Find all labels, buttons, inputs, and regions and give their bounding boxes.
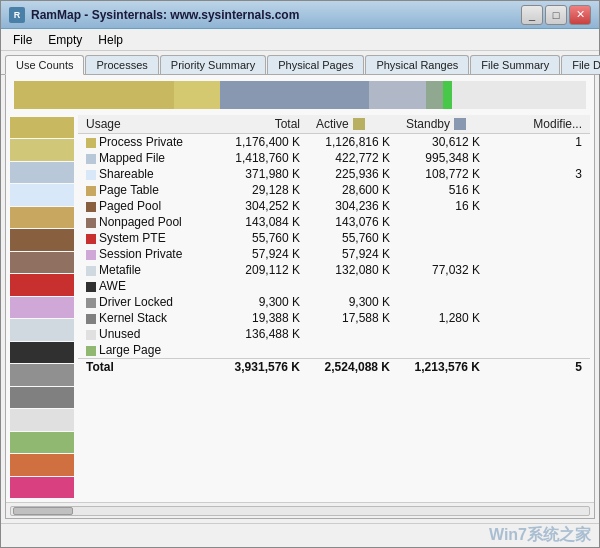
cell-active <box>308 326 398 342</box>
close-button[interactable]: ✕ <box>569 5 591 25</box>
cell-total: 55,760 K <box>218 230 308 246</box>
tab-physical-pages[interactable]: Physical Pages <box>267 55 364 74</box>
cell-active: 55,760 K <box>308 230 398 246</box>
legend-color-block <box>10 342 74 363</box>
content-split: Usage Total Active Standby <box>6 113 594 502</box>
cell-active: 9,300 K <box>308 294 398 310</box>
table-row: Kernel Stack 19,388 K 17,588 K 1,280 K <box>78 310 590 326</box>
cell-modified: 3 <box>488 166 590 182</box>
cell-modified: 1 <box>488 134 590 151</box>
table-row: Session Private 57,924 K 57,924 K <box>78 246 590 262</box>
menu-file[interactable]: File <box>5 31 40 49</box>
cell-modified <box>488 182 590 198</box>
cell-active: 1,126,816 K <box>308 134 398 151</box>
table-row: System PTE 55,760 K 55,760 K <box>78 230 590 246</box>
tab-priority-summary[interactable]: Priority Summary <box>160 55 266 74</box>
cell-total: 9,300 K <box>218 294 308 310</box>
cell-total-standby: 1,213,576 K <box>398 359 488 376</box>
cell-active <box>308 278 398 294</box>
cell-total-label: Total <box>78 359 218 376</box>
menu-empty[interactable]: Empty <box>40 31 90 49</box>
tab-processes[interactable]: Processes <box>85 55 158 74</box>
standby-color-indicator <box>454 118 466 130</box>
cell-standby: 30,612 K <box>398 134 488 151</box>
cell-active <box>308 342 398 359</box>
cell-standby: 77,032 K <box>398 262 488 278</box>
table-row: Paged Pool 304,252 K 304,236 K 16 K <box>78 198 590 214</box>
cell-active: 225,936 K <box>308 166 398 182</box>
cell-standby <box>398 214 488 230</box>
cell-standby <box>398 326 488 342</box>
cell-total: 304,252 K <box>218 198 308 214</box>
cell-total: 143,084 K <box>218 214 308 230</box>
minimize-button[interactable]: _ <box>521 5 543 25</box>
tab-physical-ranges[interactable]: Physical Ranges <box>365 55 469 74</box>
cell-standby <box>398 246 488 262</box>
legend-color-block <box>10 364 74 385</box>
legend-color-block <box>10 297 74 318</box>
cell-modified <box>488 310 590 326</box>
legend-color-block <box>10 184 74 205</box>
cell-usage: Unused <box>78 326 218 342</box>
cell-standby: 108,772 K <box>398 166 488 182</box>
cell-usage: Paged Pool <box>78 198 218 214</box>
row-color-icon <box>86 266 96 276</box>
cell-active: 422,772 K <box>308 150 398 166</box>
color-bar-segment <box>426 81 443 109</box>
legend-color-block <box>10 162 74 183</box>
table-area[interactable]: Usage Total Active Standby <box>78 113 594 502</box>
row-color-icon <box>86 330 96 340</box>
cell-total: 209,112 K <box>218 262 308 278</box>
cell-usage: System PTE <box>78 230 218 246</box>
cell-active: 28,600 K <box>308 182 398 198</box>
row-color-icon <box>86 218 96 228</box>
main-content: Usage Total Active Standby <box>5 75 595 519</box>
row-color-icon <box>86 282 96 292</box>
scroll-track[interactable] <box>10 506 590 516</box>
cell-modified <box>488 262 590 278</box>
horizontal-scrollbar[interactable] <box>6 502 594 518</box>
cell-active: 17,588 K <box>308 310 398 326</box>
cell-modified <box>488 246 590 262</box>
legend-color-block <box>10 139 74 160</box>
row-color-icon <box>86 346 96 356</box>
maximize-button[interactable]: □ <box>545 5 567 25</box>
cell-total: 1,418,760 K <box>218 150 308 166</box>
tab-file-details[interactable]: File Details <box>561 55 600 74</box>
row-color-icon <box>86 202 96 212</box>
cell-usage: Mapped File <box>78 150 218 166</box>
table-row: Mapped File 1,418,760 K 422,772 K 995,34… <box>78 150 590 166</box>
color-bar-segment <box>14 81 174 109</box>
cell-usage: Session Private <box>78 246 218 262</box>
cell-standby: 16 K <box>398 198 488 214</box>
cell-modified <box>488 278 590 294</box>
row-color-icon <box>86 314 96 324</box>
col-standby: Standby <box>398 115 488 134</box>
tab-file-summary[interactable]: File Summary <box>470 55 560 74</box>
row-color-icon <box>86 298 96 308</box>
legend-color-block <box>10 274 74 295</box>
cell-standby: 1,280 K <box>398 310 488 326</box>
scroll-thumb[interactable] <box>13 507 73 515</box>
col-modified: Modifie... <box>488 115 590 134</box>
window-controls: _ □ ✕ <box>521 5 591 25</box>
table-row: AWE <box>78 278 590 294</box>
menu-help[interactable]: Help <box>90 31 131 49</box>
table-row: Process Private 1,176,400 K 1,126,816 K … <box>78 134 590 151</box>
cell-active: 304,236 K <box>308 198 398 214</box>
cell-standby <box>398 342 488 359</box>
col-active: Active <box>308 115 398 134</box>
table-row: Unused 136,488 K <box>78 326 590 342</box>
color-bar-segment <box>220 81 369 109</box>
cell-modified <box>488 198 590 214</box>
tab-use-counts[interactable]: Use Counts <box>5 55 84 75</box>
cell-total: 29,128 K <box>218 182 308 198</box>
cell-modified <box>488 342 590 359</box>
tab-bar: Use Counts Processes Priority Summary Ph… <box>1 51 599 75</box>
app-icon: R <box>9 7 25 23</box>
col-usage: Usage <box>78 115 218 134</box>
color-bar <box>14 81 586 109</box>
usage-table: Usage Total Active Standby <box>78 115 590 375</box>
cell-total-modified: 5 <box>488 359 590 376</box>
cell-total: 1,176,400 K <box>218 134 308 151</box>
